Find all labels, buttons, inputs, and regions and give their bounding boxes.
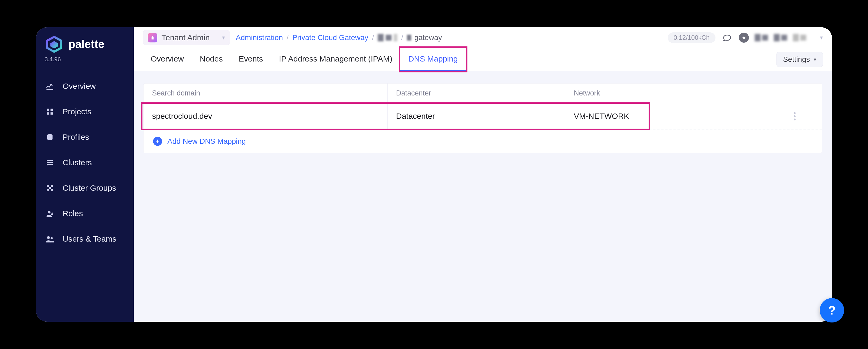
svg-point-12	[47, 162, 48, 163]
add-dns-mapping-label: Add New DNS Mapping	[167, 137, 246, 146]
breadcrumb-sep: /	[286, 33, 289, 42]
tab-ipam[interactable]: IP Address Management (IPAM)	[271, 48, 400, 71]
svg-rect-3	[47, 109, 49, 111]
star-icon[interactable]: ★	[739, 33, 749, 43]
sidebar-item-roles[interactable]: Roles	[36, 201, 134, 226]
settings-label: Settings	[783, 55, 810, 64]
tab-nodes[interactable]: Nodes	[192, 48, 231, 71]
svg-rect-26	[153, 37, 154, 39]
roles-icon	[44, 208, 55, 219]
sidebar-item-label: Projects	[63, 107, 91, 116]
sidebar-item-label: Roles	[63, 209, 83, 218]
topbar: Tenant Admin ▾ Administration / Private …	[134, 27, 832, 71]
svg-rect-4	[51, 109, 53, 111]
clusters-icon	[44, 157, 55, 168]
tab-label: Overview	[151, 54, 184, 63]
table-row[interactable]: spectrocloud.dev Datacenter VM-NETWORK	[144, 103, 822, 129]
cell-network: VM-NETWORK	[565, 103, 767, 129]
brand: palette	[36, 35, 134, 54]
content: Search domain Datacenter Network spectro…	[134, 71, 832, 165]
svg-point-17	[51, 189, 53, 191]
table-header-row: Search domain Datacenter Network	[144, 84, 822, 103]
svg-rect-21	[51, 214, 53, 215]
sidebar-item-label: Users & Teams	[63, 234, 117, 244]
breadcrumb-current-text: gateway	[414, 33, 442, 42]
svg-point-11	[47, 160, 48, 161]
sidebar-item-label: Profiles	[63, 133, 89, 141]
settings-button[interactable]: Settings ▾	[776, 52, 823, 67]
sidebar-item-users-teams[interactable]: Users & Teams	[36, 226, 134, 252]
chevron-down-icon: ▾	[222, 34, 225, 41]
cell-domain: spectrocloud.dev	[144, 103, 388, 129]
main-area: Tenant Admin ▾ Administration / Private …	[134, 27, 832, 322]
svg-point-15	[51, 185, 53, 186]
users-teams-icon	[44, 234, 55, 244]
svg-marker-1	[51, 41, 58, 49]
chevron-down-icon: ▾	[814, 56, 816, 63]
chevron-down-icon[interactable]: ▾	[820, 34, 823, 41]
svg-point-22	[47, 236, 50, 239]
plus-circle-icon: +	[153, 137, 162, 146]
header-obscured-2	[774, 34, 787, 41]
tenant-selector[interactable]: Tenant Admin ▾	[143, 30, 230, 45]
cell-datacenter: Datacenter	[388, 103, 565, 129]
breadcrumb: Administration / Private Cloud Gateway /…	[236, 33, 442, 42]
dns-mapping-table: Search domain Datacenter Network spectro…	[143, 83, 823, 153]
overview-icon	[44, 81, 55, 92]
brand-logo-icon	[44, 35, 64, 54]
breadcrumb-sep: /	[372, 33, 374, 42]
col-network: Network	[565, 84, 767, 103]
sidebar-item-projects[interactable]: Projects	[36, 99, 134, 124]
cluster-groups-icon	[44, 183, 55, 193]
header-obscured-1	[755, 34, 768, 41]
breadcrumb-admin[interactable]: Administration	[236, 33, 283, 42]
sidebar-item-profiles[interactable]: Profiles	[36, 124, 134, 150]
sidebar-item-label: Clusters	[63, 158, 92, 167]
add-dns-mapping-row[interactable]: + Add New DNS Mapping	[144, 129, 822, 153]
tab-label: DNS Mapping	[408, 54, 458, 63]
tab-events[interactable]: Events	[231, 48, 271, 71]
sidebar-item-clusters[interactable]: Clusters	[36, 150, 134, 175]
svg-point-23	[51, 237, 53, 239]
tab-label: Events	[239, 54, 263, 63]
svg-point-14	[47, 185, 48, 186]
version-text: 3.4.96	[36, 56, 134, 63]
tenant-label: Tenant Admin	[161, 33, 210, 42]
sidebar-item-label: Cluster Groups	[63, 184, 116, 193]
breadcrumb-obscured	[378, 34, 397, 41]
col-actions	[767, 84, 822, 103]
tab-label: Nodes	[200, 54, 223, 63]
sidebar: palette 3.4.96 Overview Projects Profile…	[36, 27, 134, 322]
col-domain: Search domain	[144, 84, 388, 103]
brand-name: palette	[68, 38, 104, 51]
tenant-icon	[148, 33, 157, 42]
cell-actions	[767, 103, 822, 129]
profiles-icon	[44, 132, 55, 142]
help-icon: ?	[828, 303, 836, 317]
svg-point-16	[47, 189, 48, 191]
usage-badge: 0.12/100kCh	[668, 32, 715, 43]
breadcrumb-pcg[interactable]: Private Cloud Gateway	[292, 33, 368, 42]
svg-rect-6	[51, 113, 53, 115]
col-datacenter: Datacenter	[388, 84, 565, 103]
chat-icon[interactable]	[721, 32, 733, 43]
svg-rect-24	[151, 37, 152, 39]
help-fab-button[interactable]: ?	[820, 298, 844, 322]
tab-label: IP Address Management (IPAM)	[279, 54, 392, 63]
svg-point-20	[48, 211, 51, 214]
header-obscured-3	[793, 34, 806, 41]
svg-point-13	[47, 164, 48, 165]
tab-overview[interactable]: Overview	[143, 48, 192, 71]
tab-dns-mapping[interactable]: DNS Mapping	[400, 48, 466, 71]
sidebar-item-cluster-groups[interactable]: Cluster Groups	[36, 175, 134, 201]
projects-icon	[44, 106, 55, 117]
kebab-menu-icon[interactable]	[794, 112, 796, 120]
breadcrumb-sep: /	[401, 33, 403, 42]
svg-rect-25	[152, 36, 153, 39]
sidebar-item-label: Overview	[63, 82, 96, 91]
sidebar-item-overview[interactable]: Overview	[36, 73, 134, 99]
breadcrumb-current: gateway	[407, 33, 442, 42]
svg-rect-5	[47, 113, 49, 115]
